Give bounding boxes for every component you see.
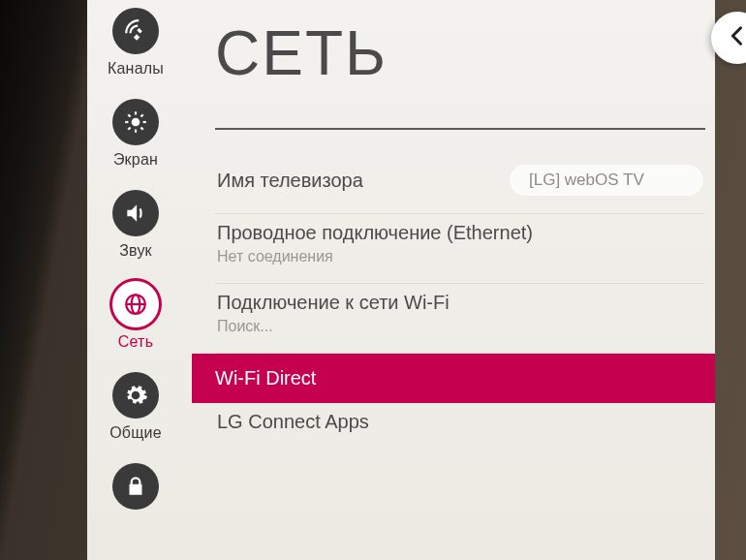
arrow-left-icon bbox=[724, 22, 746, 53]
page-title: СЕТЬ bbox=[215, 17, 705, 89]
row-label: Подключение к сети Wi-Fi bbox=[217, 290, 703, 316]
row-lg-connect[interactable]: LG Connect Apps bbox=[215, 403, 705, 452]
settings-sidebar: Каналы Экран Звук Сеть Общие bbox=[87, 0, 184, 560]
back-button[interactable] bbox=[711, 12, 746, 64]
tv-screen: Каналы Экран Звук Сеть Общие bbox=[0, 0, 746, 560]
sidebar-label: Общие bbox=[109, 424, 162, 442]
sidebar-item-channels[interactable]: Каналы bbox=[87, 8, 184, 78]
svg-line-6 bbox=[140, 127, 142, 129]
row-wifi-direct[interactable]: Wi-Fi Direct bbox=[192, 354, 715, 403]
sidebar-label: Звук bbox=[119, 242, 152, 260]
title-divider bbox=[215, 128, 705, 130]
row-ethernet[interactable]: Проводное подключение (Ethernet) Нет сое… bbox=[215, 214, 705, 284]
sidebar-item-lock[interactable] bbox=[87, 463, 184, 515]
sidebar-item-screen[interactable]: Экран bbox=[87, 99, 184, 169]
brightness-icon bbox=[112, 99, 159, 145]
sidebar-item-sound[interactable]: Звук bbox=[87, 190, 184, 260]
row-tv-name[interactable]: Имя телевизора [LG] webOS TV bbox=[215, 159, 705, 214]
svg-line-8 bbox=[140, 114, 142, 116]
svg-line-7 bbox=[128, 127, 130, 129]
row-sublabel: Нет соединения bbox=[217, 248, 703, 265]
row-label: LG Connect Apps bbox=[217, 409, 703, 435]
globe-icon bbox=[112, 281, 159, 327]
sidebar-label: Сеть bbox=[118, 333, 153, 351]
sidebar-label: Каналы bbox=[108, 60, 164, 78]
settings-main: СЕТЬ Имя телевизора [LG] webOS TV Провод… bbox=[194, 0, 715, 560]
satellite-icon bbox=[112, 8, 159, 54]
sidebar-item-network[interactable]: Сеть bbox=[87, 281, 184, 351]
sidebar-label: Экран bbox=[113, 151, 158, 169]
row-label: Имя телевизора bbox=[217, 168, 500, 194]
row-label: Проводное подключение (Ethernet) bbox=[217, 220, 703, 246]
sound-icon bbox=[112, 190, 159, 236]
row-wifi[interactable]: Подключение к сети Wi-Fi Поиск... bbox=[215, 284, 705, 354]
tv-name-value[interactable]: [LG] webOS TV bbox=[510, 165, 703, 196]
gear-icon bbox=[112, 372, 159, 419]
row-label: Wi-Fi Direct bbox=[215, 365, 705, 391]
svg-line-5 bbox=[128, 114, 130, 116]
lock-icon bbox=[112, 463, 159, 510]
svg-point-0 bbox=[132, 118, 140, 127]
sidebar-item-general[interactable]: Общие bbox=[87, 372, 184, 442]
row-sublabel: Поиск... bbox=[217, 318, 703, 335]
